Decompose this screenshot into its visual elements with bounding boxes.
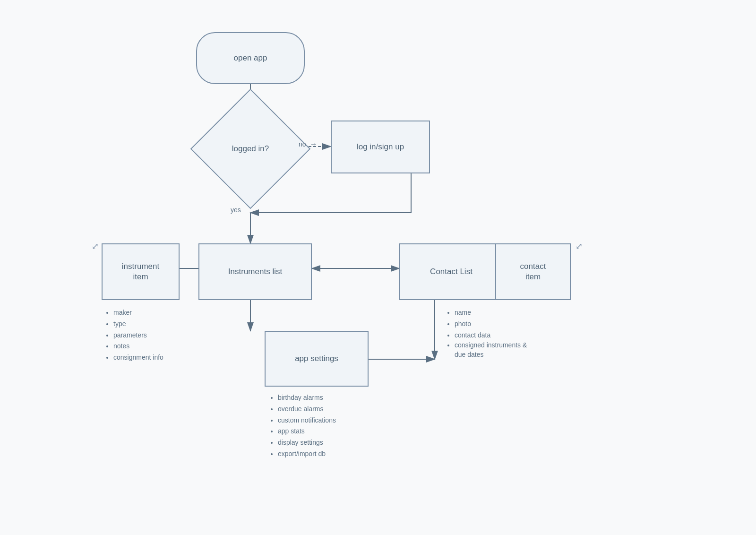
bullet-parameters: parameters xyxy=(113,330,163,341)
bullet-type: type xyxy=(113,319,163,330)
no-label: no → xyxy=(299,140,317,148)
bullet-photo: photo xyxy=(455,319,541,330)
instrument-item-ext-icon: ⤢ xyxy=(92,241,99,251)
yes-label: yes xyxy=(231,206,241,214)
login-signup-node: log in/sign up xyxy=(331,121,430,173)
bullet-export: export/import db xyxy=(278,449,336,460)
bullet-stats: app stats xyxy=(278,426,336,437)
bullet-notes: notes xyxy=(113,341,163,352)
bullet-birthday: birthday alarms xyxy=(278,392,336,404)
instrument-item-node: instrument item xyxy=(102,243,180,300)
bullet-consigned: consigned instruments & due dates xyxy=(455,341,541,359)
instruments-list-node: Instruments list xyxy=(198,243,312,300)
contact-item-label: contact item xyxy=(520,261,546,282)
contact-list-node: Contact List xyxy=(399,243,503,300)
contact-item-node: contact item xyxy=(495,243,571,300)
instruments-list-label: Instruments list xyxy=(228,267,282,277)
logged-in-label: logged in? xyxy=(232,144,269,154)
app-settings-label: app settings xyxy=(295,354,338,364)
login-signup-label: log in/sign up xyxy=(357,142,404,152)
open-app-node: open app xyxy=(196,32,305,84)
instrument-item-bullets: maker type parameters notes consignment … xyxy=(105,307,163,363)
bullet-maker: maker xyxy=(113,307,163,319)
bullet-name: name xyxy=(455,307,541,319)
open-app-label: open app xyxy=(234,53,267,63)
contact-item-bullets: name photo contact data consigned instru… xyxy=(446,307,541,360)
instrument-item-label: instrument item xyxy=(122,261,159,282)
app-settings-node: app settings xyxy=(265,331,369,387)
contact-list-label: Contact List xyxy=(430,267,472,277)
bullet-contact-data: contact data xyxy=(455,330,541,341)
bullet-consignment-info: consignment info xyxy=(113,352,163,363)
logged-in-node: logged in? xyxy=(189,106,312,191)
contact-item-ext-icon: ⤢ xyxy=(576,241,583,251)
bullet-overdue: overdue alarms xyxy=(278,404,336,415)
bullet-display: display settings xyxy=(278,437,336,449)
bullet-notifications: custom notifications xyxy=(278,415,336,426)
app-settings-bullets: birthday alarms overdue alarms custom no… xyxy=(269,392,336,460)
